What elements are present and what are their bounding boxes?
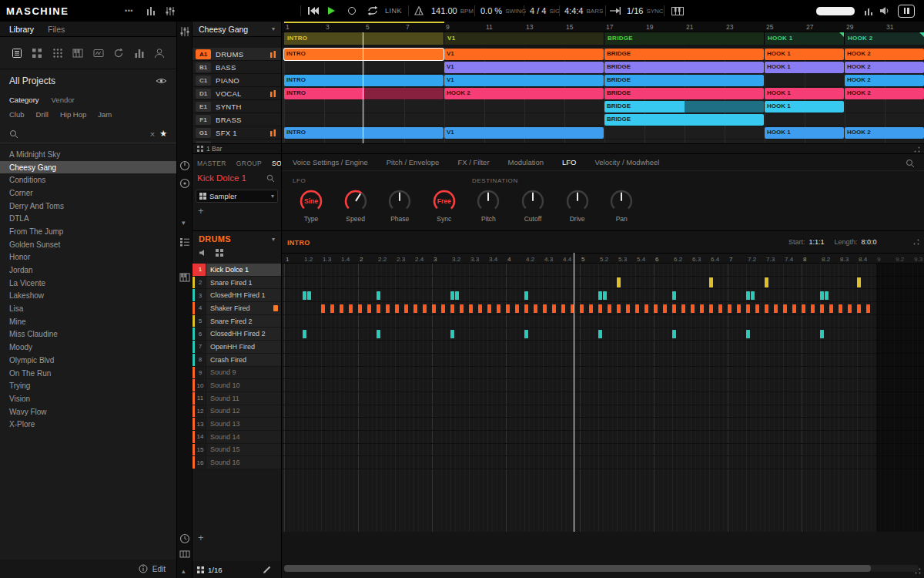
filter-oneshots-icon[interactable] [133, 47, 146, 59]
note-event[interactable] [487, 304, 491, 313]
note-event[interactable] [561, 304, 565, 313]
sound-row[interactable]: 13Sound 13 [192, 418, 281, 431]
tag-hip-hop[interactable]: Hip Hop [60, 110, 86, 119]
scene-header[interactable]: V1 [444, 32, 604, 45]
note-event[interactable] [709, 277, 713, 287]
note-event[interactable] [497, 304, 500, 313]
record-button[interactable] [348, 0, 356, 22]
pattern-clip[interactable]: HOOK 2 [845, 62, 924, 73]
note-event[interactable] [303, 330, 306, 338]
sound-row[interactable]: 11Sound 11 [192, 392, 281, 405]
resize-handle-icon[interactable] [915, 568, 921, 574]
note-event[interactable] [709, 304, 713, 313]
pattern-clip[interactable]: HOOK 2 [845, 49, 924, 60]
pattern-clip[interactable]: V1 [444, 127, 604, 139]
list-item[interactable]: Wavy Flow [0, 405, 176, 418]
sig-value[interactable]: 4 / 4 [530, 6, 546, 15]
filter-effects-icon[interactable] [92, 47, 105, 59]
tab-library[interactable]: Library [9, 25, 34, 34]
sound-row[interactable]: 2Snare Fired 1 [192, 277, 281, 290]
list-item[interactable]: Miss Claudine [0, 328, 176, 341]
group-row[interactable]: A1DRUMS [192, 48, 281, 61]
search-icon[interactable] [906, 159, 915, 168]
filter-sounds-icon[interactable] [52, 47, 64, 59]
note-event[interactable] [450, 304, 454, 313]
pattern-clip[interactable]: INTRO [284, 127, 444, 139]
note-event[interactable] [765, 277, 768, 287]
sound-row[interactable]: 12Sound 12 [192, 405, 281, 418]
note-event[interactable] [700, 304, 704, 313]
grid-icon[interactable] [197, 566, 204, 573]
collapse-panel-chevron-icon[interactable]: ▾ [182, 219, 186, 227]
pattern-clip[interactable]: HOOK 1 [765, 62, 844, 73]
list-item[interactable]: Conditions [0, 173, 176, 187]
editor-ruler[interactable]: 11.21.31.422.22.32.433.23.33.444.24.34.4… [282, 253, 924, 264]
note-event[interactable] [413, 304, 417, 313]
channel-tab-master[interactable]: MASTER [197, 160, 226, 167]
filter-tab-category[interactable]: Category [9, 96, 39, 104]
favorites-icon[interactable]: ★ [159, 129, 167, 139]
note-event[interactable] [672, 304, 676, 313]
list-item[interactable]: Derry And Toms [0, 200, 176, 213]
sound-row[interactable]: 14Sound 14 [192, 431, 281, 444]
note-event[interactable] [681, 304, 685, 313]
eye-icon[interactable] [156, 77, 167, 85]
pattern-clip[interactable]: HOOK 2 [845, 127, 924, 139]
note-event[interactable] [340, 304, 343, 313]
pattern-clip[interactable]: HOOK 2 [845, 75, 924, 86]
channel-tab-group[interactable]: GROUP [236, 160, 262, 167]
note-event[interactable] [460, 304, 464, 313]
filter-user-icon[interactable] [153, 47, 166, 59]
pencil-icon[interactable] [263, 565, 272, 574]
note-event[interactable] [737, 304, 741, 313]
step-grid-value[interactable]: 1/16 [627, 6, 643, 15]
tag-club[interactable]: Club [9, 110, 25, 119]
count-in-icon[interactable] [179, 550, 190, 558]
note-event[interactable] [377, 291, 380, 300]
note-event[interactable] [848, 304, 852, 313]
info-icon[interactable] [139, 564, 148, 573]
note-event[interactable] [395, 304, 399, 313]
note-event[interactable] [746, 330, 750, 338]
note-event[interactable] [450, 330, 454, 338]
knob-phase[interactable]: Phase [378, 188, 421, 223]
note-event[interactable] [839, 304, 842, 313]
arranger-mixer-icon[interactable] [179, 26, 190, 37]
knob-pitch[interactable]: Pitch [467, 188, 510, 223]
note-event[interactable] [478, 304, 482, 313]
note-event[interactable] [866, 304, 870, 313]
note-event[interactable] [580, 304, 584, 313]
note-event[interactable] [746, 291, 750, 300]
arranger-zoom-label[interactable]: 1 Bar [206, 145, 222, 153]
pattern-clip[interactable]: HOOK 1 [765, 88, 844, 99]
follow-playhead-icon[interactable] [610, 0, 621, 22]
note-event[interactable] [524, 330, 528, 338]
channel-properties-icon[interactable] [179, 160, 190, 171]
metronome-icon[interactable] [414, 0, 424, 22]
list-item[interactable]: X-Plore [0, 418, 176, 431]
sound-row[interactable]: 6ClosedHH Fired 2 [192, 328, 281, 341]
note-event[interactable] [303, 291, 306, 300]
note-event[interactable] [820, 304, 824, 313]
note-event[interactable] [654, 304, 658, 313]
filter-groups-icon[interactable] [31, 47, 43, 59]
scene-header[interactable]: BRIDGE [604, 32, 765, 45]
pattern-clip[interactable]: BRIDGE [604, 62, 764, 73]
scrollbar-thumb[interactable] [284, 565, 871, 572]
plugin-strip-icon[interactable] [179, 178, 190, 189]
note-event[interactable] [441, 304, 445, 313]
list-item[interactable]: DTLA [0, 212, 176, 225]
filter-tab-vendor[interactable]: Vendor [52, 96, 75, 104]
group-badge[interactable]: E1 [196, 102, 211, 112]
pattern-clip[interactable]: HOOK 1 [765, 49, 844, 60]
list-item[interactable]: Mine [0, 315, 176, 328]
pattern-clip[interactable]: BRIDGE [604, 88, 764, 99]
list-item[interactable]: Honor [0, 251, 176, 264]
note-event[interactable] [617, 277, 621, 287]
list-item[interactable]: Trying [0, 379, 176, 392]
note-event[interactable] [386, 304, 390, 313]
note-event[interactable] [608, 304, 611, 313]
search-icon[interactable] [266, 174, 275, 183]
pattern-clip[interactable]: HOOK 1 [765, 127, 844, 139]
sound-row[interactable]: 3ClosedHH Fired 1 [192, 289, 281, 302]
